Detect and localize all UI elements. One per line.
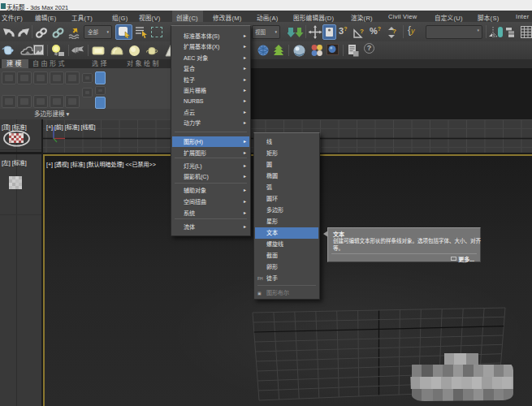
svg-text:?: ? — [392, 28, 396, 35]
svg-text:?: ? — [360, 28, 364, 35]
